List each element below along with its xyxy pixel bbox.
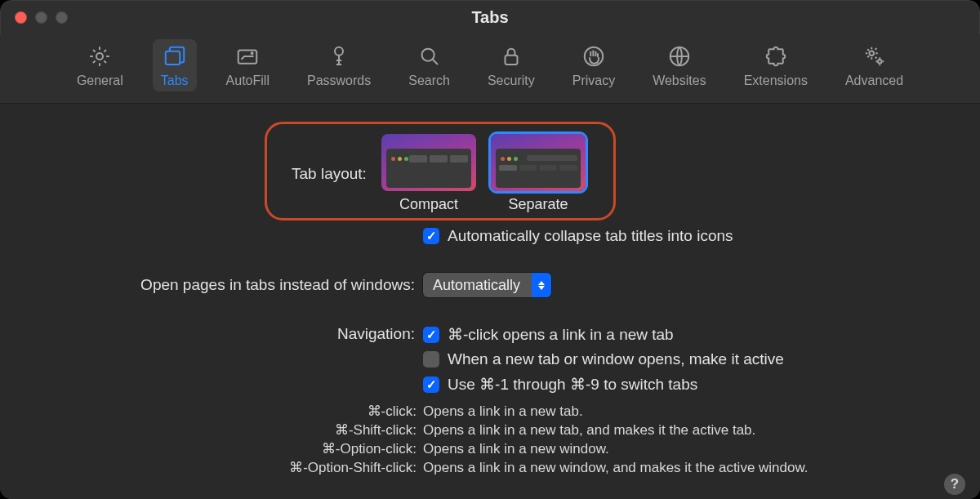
gears-icon xyxy=(862,44,887,69)
tab-layout-option-compact[interactable]: Compact xyxy=(381,134,476,213)
toolbar-item-extensions[interactable]: Extensions xyxy=(736,39,816,91)
preferences-window: Tabs General Tabs AutoFill Passwords Sea… xyxy=(0,0,980,499)
toolbar-item-privacy[interactable]: Privacy xyxy=(564,39,623,91)
toolbar-item-label: Privacy xyxy=(572,74,615,88)
open-pages-label: Open pages in tabs instead of windows: xyxy=(23,276,423,294)
toolbar-item-websites[interactable]: Websites xyxy=(644,39,715,91)
toolbar-item-passwords[interactable]: Passwords xyxy=(299,39,379,91)
shortcut-notes: ⌘-click:Opens a link in a new tab. ⌘-Shi… xyxy=(23,402,957,477)
window-controls xyxy=(15,11,68,24)
toolbar-item-general[interactable]: General xyxy=(69,39,131,91)
note-value: Opens a link in a new window. xyxy=(423,439,957,458)
tab-layout-option-label: Compact xyxy=(399,196,458,213)
toolbar-item-search[interactable]: Search xyxy=(400,39,458,91)
toolbar-item-label: Search xyxy=(408,74,450,88)
toolbar-item-label: AutoFill xyxy=(226,74,270,88)
tabs-icon xyxy=(163,44,187,69)
collapse-titles-checkbox[interactable] xyxy=(423,228,439,244)
tab-layout-option-separate[interactable]: Separate xyxy=(491,134,586,213)
minimize-window-button[interactable] xyxy=(35,11,47,24)
collapse-titles-label: Automatically collapse tab titles into i… xyxy=(448,227,733,245)
lock-icon xyxy=(499,44,523,69)
open-pages-value: Automatically xyxy=(433,277,520,294)
tab-layout-thumb-compact xyxy=(381,134,476,191)
note-key: ⌘-click: xyxy=(23,402,423,421)
nav-make-active-checkbox[interactable] xyxy=(423,351,439,368)
svg-point-0 xyxy=(96,53,103,60)
toolbar-item-label: Passwords xyxy=(307,74,371,88)
nav-make-active-label: When a new tab or window opens, make it … xyxy=(448,350,784,368)
titlebar: Tabs xyxy=(0,0,980,34)
note-key: ⌘-Option-Shift-click: xyxy=(23,458,423,477)
svg-point-3 xyxy=(252,52,253,54)
svg-point-10 xyxy=(878,60,882,64)
tab-layout-label: Tab layout: xyxy=(292,165,367,183)
svg-rect-1 xyxy=(165,51,180,65)
window-title: Tabs xyxy=(0,0,980,34)
svg-point-4 xyxy=(335,47,343,56)
tab-layout-thumb-separate xyxy=(491,134,586,191)
nav-cmd-click-label: ⌘-click opens a link in a new tab xyxy=(448,325,674,344)
svg-point-5 xyxy=(421,49,434,61)
toolbar-item-label: Extensions xyxy=(744,74,808,88)
zoom-window-button[interactable] xyxy=(56,11,68,24)
help-button[interactable]: ? xyxy=(944,474,965,495)
nav-cmd-click-checkbox[interactable] xyxy=(423,327,439,343)
note-value: Opens a link in a new tab. xyxy=(423,402,957,421)
navigation-label: Navigation: xyxy=(23,325,423,343)
nav-cmd-number-label: Use ⌘-1 through ⌘-9 to switch tabs xyxy=(448,375,697,394)
globe-icon xyxy=(667,44,692,69)
toolbar-item-security[interactable]: Security xyxy=(479,39,543,91)
note-value: Opens a link in a new window, and makes … xyxy=(423,458,957,477)
tabs-pane: Tab layout: Compact Separate xyxy=(0,104,980,499)
gear-icon xyxy=(87,44,112,69)
svg-rect-6 xyxy=(505,56,517,65)
key-icon xyxy=(327,44,351,69)
select-arrows-icon xyxy=(532,273,551,297)
hand-icon xyxy=(581,44,606,69)
close-window-button[interactable] xyxy=(15,11,27,24)
toolbar-item-label: Advanced xyxy=(845,74,903,88)
note-key: ⌘-Shift-click: xyxy=(23,421,423,439)
toolbar-item-autofill[interactable]: AutoFill xyxy=(218,39,278,91)
note-key: ⌘-Option-click: xyxy=(23,439,423,458)
puzzle-icon xyxy=(764,44,788,69)
toolbar-item-label: Security xyxy=(488,74,535,88)
toolbar-item-label: General xyxy=(77,74,123,88)
open-pages-select[interactable]: Automatically xyxy=(423,273,551,297)
toolbar-item-label: Websites xyxy=(653,74,706,88)
note-value: Opens a link in a new tab, and makes it … xyxy=(423,421,957,439)
tab-layout-highlight: Tab layout: Compact Separate xyxy=(265,122,616,221)
toolbar-item-tabs[interactable]: Tabs xyxy=(153,39,197,91)
search-icon xyxy=(417,44,442,69)
toolbar-item-advanced[interactable]: Advanced xyxy=(837,39,911,91)
toolbar-item-label: Tabs xyxy=(161,74,189,88)
pencil-icon xyxy=(235,44,260,69)
tab-layout-option-label: Separate xyxy=(508,196,568,213)
preferences-toolbar: General Tabs AutoFill Passwords Search S… xyxy=(0,34,980,104)
svg-point-9 xyxy=(869,51,874,56)
nav-cmd-number-checkbox[interactable] xyxy=(423,376,439,393)
